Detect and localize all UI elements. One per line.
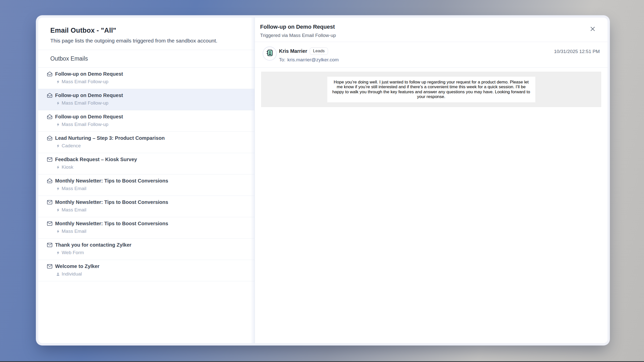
recipient-line: To:kris.marrier@zylker.com (279, 57, 600, 63)
close-button[interactable] (589, 26, 596, 33)
outbox-email-list: Follow-up on Demo Request Mass Email Fol… (38, 68, 255, 281)
email-subject: Monthly Newsletter: Tips to Boost Conver… (55, 178, 168, 184)
outbox-email-row[interactable]: Thank you for contacting Zylker Web Form (38, 239, 255, 260)
outbox-email-row[interactable]: Monthly Newsletter: Tips to Boost Conver… (38, 174, 255, 196)
outbox-email-row[interactable]: Follow-up on Demo Request Mass Email Fol… (38, 110, 255, 132)
mail-closed-icon (47, 199, 53, 205)
mail-open-icon (47, 92, 53, 99)
outbox-email-row[interactable]: Follow-up on Demo Request Mass Email Fol… (38, 68, 255, 89)
email-source: Web Form (62, 250, 84, 255)
avatar (263, 47, 277, 61)
module-badge: Leads (310, 48, 328, 55)
bolt-icon (56, 144, 60, 148)
email-body-area: Hope you’re doing well. I just wanted to… (261, 72, 601, 107)
bolt-icon (56, 101, 60, 105)
email-subject: Feedback Request – Kiosk Survey (55, 157, 137, 162)
email-subject: Monthly Newsletter: Tips to Boost Conver… (55, 199, 168, 205)
outbox-email-row[interactable]: Feedback Request – Kiosk Survey Kiosk (38, 153, 255, 174)
recipient-email: kris.marrier@zylker.com (287, 57, 339, 62)
email-body-text: Hope you’re doing well. I just wanted to… (327, 77, 535, 102)
mail-open-icon (47, 114, 53, 120)
person-icon (56, 272, 60, 276)
mail-closed-icon (47, 263, 53, 269)
bolt-icon (56, 122, 60, 127)
email-subject: Monthly Newsletter: Tips to Boost Conver… (55, 221, 168, 227)
email-source: Mass Email Follow-up (62, 79, 108, 84)
email-source: Mass Email (62, 229, 86, 234)
contact-card-icon (266, 49, 273, 58)
email-subject: Follow-up on Demo Request (55, 93, 123, 98)
to-label: To: (279, 57, 285, 62)
outbox-email-row[interactable]: Monthly Newsletter: Tips to Boost Conver… (38, 217, 255, 239)
email-source: Individual (62, 271, 82, 277)
sender-meta: Kris Marrier Leads To:kris.marrier@zylke… (279, 48, 600, 63)
sender-name: Kris Marrier (279, 48, 307, 54)
bolt-icon (56, 165, 60, 169)
email-subject: Follow-up on Demo Request (55, 114, 123, 120)
email-subject: Welcome to Zylker (55, 263, 99, 269)
mail-open-icon (47, 71, 53, 77)
bolt-icon (56, 251, 60, 255)
page-subtitle: This page lists the outgoing emails trig… (50, 38, 243, 44)
outbox-list-panel: Email Outbox - "All" This page lists the… (38, 18, 255, 343)
bolt-icon (56, 229, 60, 234)
email-source: Mass Email Follow-up (62, 100, 108, 106)
mail-open-icon (47, 178, 53, 184)
email-source: Mass Email (62, 186, 86, 191)
email-subject: Thank you for contacting Zylker (55, 242, 131, 248)
outbox-email-row[interactable]: Follow-up on Demo Request Mass Email Fol… (38, 89, 255, 110)
email-source: Kiosk (62, 164, 73, 170)
outbox-email-row[interactable]: Lead Nurturing – Step 3: Product Compari… (38, 132, 255, 153)
email-source: Cadence (62, 143, 81, 149)
email-subject: Follow-up on Demo Request (55, 71, 123, 77)
page-title: Email Outbox - "All" (50, 27, 243, 34)
mail-closed-icon (47, 220, 53, 227)
outbox-email-row[interactable]: Welcome to Zylker Individual (38, 260, 255, 281)
email-source: Mass Email Follow-up (62, 122, 108, 127)
mail-open-icon (47, 135, 53, 141)
email-detail-subtitle: Triggered via Mass Email Follow-up (260, 33, 590, 38)
bolt-icon (56, 80, 60, 84)
email-detail-panel: Follow-up on Demo Request Triggered via … (255, 18, 608, 343)
email-source: Mass Email (62, 207, 86, 213)
outbox-email-row[interactable]: Monthly Newsletter: Tips to Boost Conver… (38, 196, 255, 217)
email-sender-row: Kris Marrier Leads To:kris.marrier@zylke… (255, 42, 608, 68)
mail-closed-icon (47, 156, 53, 163)
bolt-icon (56, 208, 60, 212)
email-subject: Lead Nurturing – Step 3: Product Compari… (55, 135, 165, 141)
mail-closed-icon (47, 242, 53, 248)
email-outbox-window: Email Outbox - "All" This page lists the… (38, 18, 608, 343)
email-detail-header: Follow-up on Demo Request Triggered via … (255, 18, 608, 42)
close-icon (590, 26, 595, 32)
outbox-list-header: Outbox Emails (38, 50, 255, 68)
bolt-icon (56, 187, 60, 191)
email-timestamp: 10/31/2025 12:51 PM (554, 49, 600, 54)
outbox-page-header: Email Outbox - "All" This page lists the… (38, 18, 255, 50)
email-detail-title: Follow-up on Demo Request (260, 24, 590, 30)
